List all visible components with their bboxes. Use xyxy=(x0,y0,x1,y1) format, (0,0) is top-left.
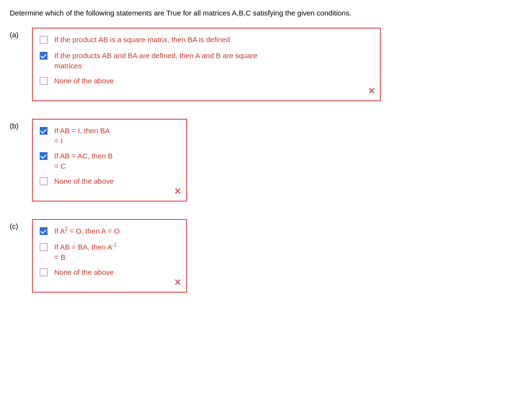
question-b-label: (b) xyxy=(10,119,32,130)
question-c-label: (c) xyxy=(10,219,32,230)
checkbox-b2[interactable] xyxy=(40,151,50,162)
question-a-label: (a) xyxy=(10,28,32,39)
option-c3[interactable]: None of the above xyxy=(40,267,179,278)
unchecked-icon-c2 xyxy=(40,243,47,251)
checkbox-c2[interactable] xyxy=(40,242,50,253)
checked-icon-a2 xyxy=(40,52,47,60)
option-c3-text: None of the above xyxy=(54,267,114,277)
question-a-box: If the product AB is a square matrix, th… xyxy=(32,28,381,101)
option-a2-text: If the products AB and BA are defined, t… xyxy=(54,50,257,71)
close-icon-c[interactable]: ✕ xyxy=(174,277,181,288)
question-a: (a) If the product AB is a square matrix… xyxy=(10,28,522,101)
option-b3[interactable]: None of the above xyxy=(40,176,179,187)
option-b1-text: If AB = I, then BA= I xyxy=(54,126,110,146)
close-icon-b[interactable]: ✕ xyxy=(174,186,181,197)
unchecked-icon-b3 xyxy=(40,177,47,185)
unchecked-icon-a1 xyxy=(40,36,47,44)
option-b1[interactable]: If AB = I, then BA= I xyxy=(40,126,179,146)
question-c-box: If A2 = O, then A = O If AB = BA, then A… xyxy=(32,219,187,293)
unchecked-icon-a3 xyxy=(40,77,47,85)
checked-icon-c1 xyxy=(40,227,47,235)
checkbox-a2[interactable] xyxy=(40,51,50,62)
question-b: (b) If AB = I, then BA= I If AB = AC, th… xyxy=(10,119,522,202)
question-c: (c) If A2 = O, then A = O If AB = BA, th… xyxy=(10,219,522,293)
checked-icon-b2 xyxy=(40,152,47,160)
checked-icon-b1 xyxy=(40,127,47,135)
checkbox-c3[interactable] xyxy=(40,267,50,278)
option-c2-text: If AB = BA, then A-1= B xyxy=(54,242,117,262)
close-icon-a[interactable]: ✕ xyxy=(368,86,375,96)
option-a3-text: None of the above xyxy=(54,76,114,86)
instruction: Determine which of the following stateme… xyxy=(10,9,522,17)
checkbox-b1[interactable] xyxy=(40,126,50,137)
option-a2[interactable]: If the products AB and BA are defined, t… xyxy=(40,50,373,71)
checkbox-a3[interactable] xyxy=(40,76,50,87)
option-c1[interactable]: If A2 = O, then A = O xyxy=(40,226,179,237)
option-b3-text: None of the above xyxy=(54,176,114,186)
option-a1-text: If the product AB is a square matrix, th… xyxy=(54,34,230,45)
checkbox-b3[interactable] xyxy=(40,176,50,187)
checkbox-a1[interactable] xyxy=(40,35,50,46)
option-a3[interactable]: None of the above xyxy=(40,76,373,87)
option-c1-text: If A2 = O, then A = O xyxy=(54,226,120,236)
option-c2[interactable]: If AB = BA, then A-1= B xyxy=(40,242,179,262)
option-b2-text: If AB = AC, then B= C xyxy=(54,151,113,171)
unchecked-icon-c3 xyxy=(40,268,47,276)
checkbox-c1[interactable] xyxy=(40,226,50,237)
option-a1[interactable]: If the product AB is a square matrix, th… xyxy=(40,34,373,46)
question-b-box: If AB = I, then BA= I If AB = AC, then B… xyxy=(32,119,187,202)
option-b2[interactable]: If AB = AC, then B= C xyxy=(40,151,179,171)
